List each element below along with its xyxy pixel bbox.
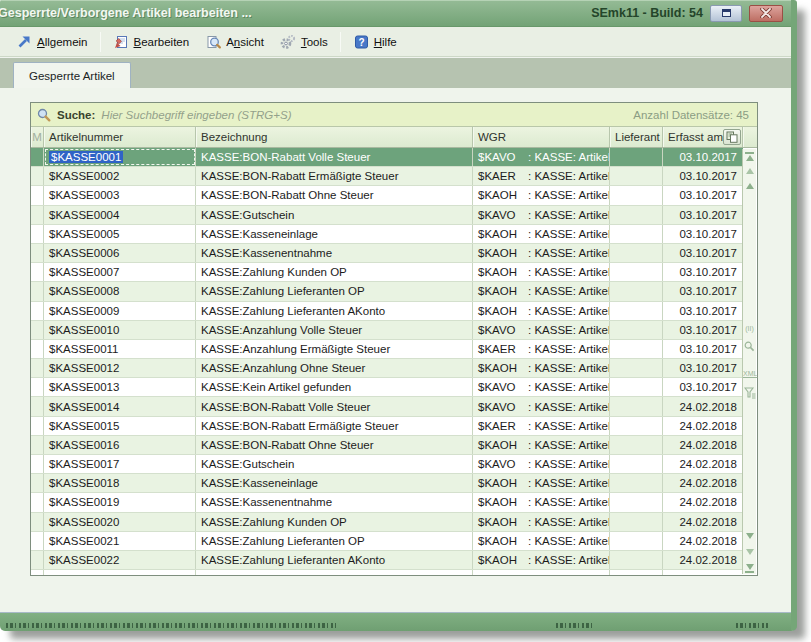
search-input[interactable]: Hier Suchbegriff eingeben (STRG+S) — [101, 109, 291, 121]
table-scrollbar[interactable]: (II) XML — [742, 149, 756, 574]
cell-erfasst-am[interactable]: 24.02.2018 — [663, 474, 743, 492]
cell-wgr[interactable]: $KAER: KASSE: Artikel E — [473, 417, 610, 435]
column-header-marker[interactable]: M — [31, 127, 44, 147]
cell-wgr[interactable]: $KAOH: KASSE: Artikel O — [473, 493, 610, 511]
cell-erfasst-am[interactable]: 03.10.2017 — [663, 263, 743, 281]
cell-erfasst-am[interactable]: 03.10.2017 — [663, 340, 743, 358]
cell-artikelnummer[interactable]: $KASSE0018 — [44, 474, 196, 492]
scroll-up-button[interactable] — [743, 183, 756, 189]
cell-wgr[interactable]: $KAOH: KASSE: Artikel O — [473, 513, 610, 531]
table-row[interactable]: $KASSE0001KASSE:BON-Rabatt Volle Steuer$… — [31, 148, 743, 167]
cell-lieferant[interactable] — [610, 436, 663, 454]
cell-erfasst-am[interactable]: 03.10.2017 — [663, 359, 743, 377]
cell-lieferant[interactable] — [610, 148, 663, 166]
cell-bezeichnung[interactable]: KASSE:Kasseneinlage — [196, 474, 473, 492]
cell-lieferant[interactable] — [610, 282, 663, 300]
cell-wgr[interactable]: $KAVO: KASSE: Artikel V — [473, 397, 610, 415]
table-row[interactable]: $KASSE0009KASSE:Zahlung Lieferanten AKon… — [31, 302, 743, 321]
cell-artikelnummer[interactable]: $KASSE0011 — [44, 340, 196, 358]
cell-wgr[interactable]: $KAOH: KASSE: Artikel O — [473, 359, 610, 377]
table-row[interactable]: $KASSE0008KASSE:Zahlung Lieferanten OP$K… — [31, 282, 743, 301]
table-row[interactable]: $KASSE0019KASSE:Kassenentnahme$KAOH: KAS… — [31, 493, 743, 512]
cell-artikelnummer[interactable]: $KASSE0017 — [44, 455, 196, 473]
cell-lieferant[interactable] — [610, 263, 663, 281]
cell-lieferant[interactable] — [610, 397, 663, 415]
column-select-button[interactable] — [723, 129, 741, 145]
cell-lieferant[interactable] — [610, 513, 663, 531]
search-bar[interactable]: Suche: Hier Suchbegriff eingeben (STRG+S… — [31, 103, 757, 127]
cell-erfasst-am[interactable]: 24.02.2018 — [663, 436, 743, 454]
cell-artikelnummer[interactable]: $KASSE0008 — [44, 282, 196, 300]
cell-bezeichnung[interactable]: KASSE:Zahlung Kunden OP — [196, 263, 473, 281]
scroll-down-button[interactable] — [743, 533, 756, 539]
cell-lieferant[interactable] — [610, 551, 663, 569]
cell-bezeichnung[interactable]: KASSE:Kasseneinlage — [196, 225, 473, 243]
cell-wgr[interactable]: $KAOH: KASSE: Artikel O — [473, 186, 610, 204]
table-row[interactable]: $KASSE0020KASSE:Zahlung Kunden OP$KAOH: … — [31, 513, 743, 532]
cell-bezeichnung[interactable]: KASSE:Kassenentnahme — [196, 493, 473, 511]
cell-wgr[interactable]: $KAOH: KASSE: Artikel O — [473, 551, 610, 569]
cell-bezeichnung[interactable]: KASSE:Zahlung Lieferanten AKonto — [196, 551, 473, 569]
cell-artikelnummer[interactable]: $KASSE0020 — [44, 513, 196, 531]
cell-lieferant[interactable] — [610, 244, 663, 262]
cell-wgr[interactable]: $KAVO: KASSE: Artikel V — [473, 206, 610, 224]
table-row[interactable]: $KASSE0005KASSE:Kasseneinlage$KAOH: KASS… — [31, 225, 743, 244]
close-button[interactable] — [749, 5, 783, 22]
column-header-bezeichnung[interactable]: Bezeichnung — [196, 127, 473, 147]
cell-artikelnummer[interactable]: $KASSE0003 — [44, 186, 196, 204]
table-row[interactable]: $KASSE0004KASSE:Gutschein$KAVO: KASSE: A… — [31, 206, 743, 225]
cell-wgr[interactable]: $KAOH: KASSE: Artikel O — [473, 532, 610, 550]
cell-bezeichnung[interactable]: KASSE:BON-Rabatt Ohne Steuer — [196, 186, 473, 204]
cell-wgr[interactable]: $KAVO: KASSE: Artikel V — [473, 455, 610, 473]
cell-bezeichnung[interactable]: KASSE:Gutschein — [196, 206, 473, 224]
cell-wgr[interactable]: $KAOH: KASSE: Artikel O — [473, 436, 610, 454]
scroll-page-up-button[interactable] — [743, 168, 756, 174]
cell-wgr[interactable]: $KAOH: KASSE: Artikel O — [473, 244, 610, 262]
cell-bezeichnung[interactable]: KASSE:Kein Artikel gefunden — [196, 378, 473, 396]
table-row[interactable]: $KASSE0013KASSE:Kein Artikel gefunden$KA… — [31, 378, 743, 397]
cell-wgr[interactable]: $KAOH: KASSE: Artikel O — [473, 474, 610, 492]
cell-bezeichnung[interactable]: KASSE:Anzahlung Ermäßigte Steuer — [196, 340, 473, 358]
table-row[interactable]: $KASSE0002KASSE:BON-Rabatt Ermäßigte Ste… — [31, 167, 743, 186]
column-header-artikelnummer[interactable]: Artikelnummer — [44, 127, 196, 147]
scroll-to-bottom-button[interactable] — [743, 564, 756, 573]
cell-bezeichnung[interactable]: KASSE:Zahlung Lieferanten OP — [196, 282, 473, 300]
cell-artikelnummer[interactable]: $KASSE0015 — [44, 417, 196, 435]
cell-artikelnummer[interactable]: $KASSE0006 — [44, 244, 196, 262]
table-row[interactable]: $KASSE0021KASSE:Zahlung Lieferanten OP$K… — [31, 532, 743, 551]
cell-bezeichnung[interactable]: KASSE:Kassenentnahme — [196, 244, 473, 262]
cell-wgr[interactable]: $KAVO: KASSE: Artikel V — [473, 148, 610, 166]
cell-bezeichnung[interactable]: KASSE:BON-Rabatt Volle Steuer — [196, 148, 473, 166]
column-header-lieferant[interactable]: Lieferant — [610, 127, 663, 147]
cell-lieferant[interactable] — [610, 167, 663, 185]
toolbar-button-tools[interactable]: Tools — [272, 31, 336, 53]
cell-lieferant[interactable] — [610, 474, 663, 492]
cell-erfasst-am[interactable]: 24.02.2018 — [663, 455, 743, 473]
table-row[interactable]: $KASSE0014KASSE:BON-Rabatt Volle Steuer$… — [31, 397, 743, 416]
cell-erfasst-am[interactable]: 24.02.2018 — [663, 417, 743, 435]
cell-bezeichnung[interactable]: KASSE:Zahlung Lieferanten OP — [196, 532, 473, 550]
cell-wgr[interactable]: $KAVO: KASSE: Artikel V — [473, 378, 610, 396]
cell-lieferant[interactable] — [610, 186, 663, 204]
cell-erfasst-am[interactable]: 24.02.2018 — [663, 513, 743, 531]
cell-wgr[interactable]: $KAER: KASSE: Artikel E — [473, 167, 610, 185]
cell-artikelnummer[interactable]: $KASSE0013 — [44, 378, 196, 396]
cell-erfasst-am[interactable]: 03.10.2017 — [663, 244, 743, 262]
cell-bezeichnung[interactable]: KASSE:BON-Rabatt Volle Steuer — [196, 397, 473, 415]
cell-artikelnummer[interactable]: $KASSE0012 — [44, 359, 196, 377]
table-row[interactable]: $KASSE0007KASSE:Zahlung Kunden OP$KAOH: … — [31, 263, 743, 282]
cell-erfasst-am[interactable]: 03.10.2017 — [663, 186, 743, 204]
cell-erfasst-am[interactable]: 03.10.2017 — [663, 321, 743, 339]
cell-bezeichnung[interactable]: KASSE:Anzahlung Volle Steuer — [196, 321, 473, 339]
cell-erfasst-am[interactable]: 24.02.2018 — [663, 397, 743, 415]
cell-bezeichnung[interactable]: KASSE:BON-Rabatt Ohne Steuer — [196, 436, 473, 454]
cell-lieferant[interactable] — [610, 493, 663, 511]
scroll-to-top-button[interactable] — [743, 152, 756, 161]
cell-bezeichnung[interactable]: KASSE:Gutschein — [196, 455, 473, 473]
toolbar-button-ansicht[interactable]: Ansicht — [197, 31, 272, 53]
cell-erfasst-am[interactable]: 24.02.2018 — [663, 551, 743, 569]
table-row[interactable]: $KASSE0003KASSE:BON-Rabatt Ohne Steuer$K… — [31, 186, 743, 205]
restore-button[interactable] — [710, 5, 742, 22]
cell-wgr[interactable]: $KAER: KASSE: Artikel E — [473, 340, 610, 358]
cell-lieferant[interactable] — [610, 455, 663, 473]
